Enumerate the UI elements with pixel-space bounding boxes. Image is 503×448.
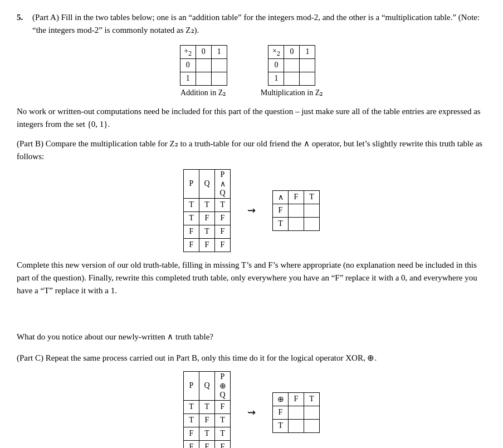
tables-row: +2 0 1 0 1 Addition in Z₂ bbox=[17, 45, 486, 97]
mul-header-1: 1 bbox=[300, 45, 315, 58]
xor-right-r1-c1 bbox=[304, 419, 320, 432]
and-left-r3-pq: F bbox=[215, 238, 231, 252]
xor-arrow: ⇝ bbox=[247, 406, 256, 419]
and-left-h-pq: P ∧ Q bbox=[215, 169, 231, 198]
mul-row1-col1 bbox=[300, 72, 315, 85]
and-right-r0-c0 bbox=[289, 204, 304, 217]
and-right-h-f: F bbox=[289, 190, 304, 204]
and-left-r1-q: F bbox=[199, 211, 215, 225]
complete-text: Complete this new version of our old tru… bbox=[17, 259, 486, 298]
and-right-table-block: ∧ F T F T bbox=[272, 190, 320, 231]
add-row1-col1 bbox=[211, 72, 227, 85]
mul-row0-col0 bbox=[284, 58, 300, 72]
xor-left-r2-p: F bbox=[184, 427, 199, 440]
xor-right-r1-label: T bbox=[273, 419, 289, 432]
xor-truth-tables-row: P Q P ⊕ Q T T F T F T F T T bbox=[17, 371, 486, 448]
and-right-r0-label: F bbox=[273, 204, 289, 217]
multiplication-caption: Multiplication in Z₂ bbox=[261, 88, 324, 97]
xor-right-h-f: F bbox=[289, 392, 304, 406]
and-left-table-block: P Q P ∧ Q T T T T F F F T F bbox=[183, 169, 231, 252]
addition-caption: Addition in Z₂ bbox=[180, 88, 226, 97]
xor-right-r1-c0 bbox=[289, 419, 304, 432]
xor-left-r1-q: F bbox=[199, 413, 215, 427]
and-right-r1-c0 bbox=[289, 217, 304, 230]
add-row0-label: 0 bbox=[180, 58, 196, 72]
xor-left-table: P Q P ⊕ Q T T F T F T F T T bbox=[183, 371, 231, 448]
mul-header-op: ×2 bbox=[268, 45, 284, 58]
add-row1-col0 bbox=[196, 72, 211, 85]
and-left-r0-pq: T bbox=[215, 198, 231, 211]
xor-left-r2-q: T bbox=[199, 427, 215, 440]
xor-left-r0-p: T bbox=[184, 400, 199, 413]
add-header-0: 0 bbox=[196, 45, 211, 58]
xor-right-r0-label: F bbox=[273, 406, 289, 419]
xor-left-table-block: P Q P ⊕ Q T T F T F T F T T bbox=[183, 371, 231, 448]
and-left-r0-q: T bbox=[199, 198, 215, 211]
xor-left-r0-q: T bbox=[199, 400, 215, 413]
xor-left-r3-pq: F bbox=[215, 440, 231, 448]
xor-right-table: ⊕ F T F T bbox=[272, 392, 320, 433]
add-row0-col0 bbox=[196, 58, 211, 72]
multiplication-table-block: ×2 0 1 0 1 Multiplication in Z₂ bbox=[261, 45, 324, 97]
and-left-r3-p: F bbox=[184, 238, 199, 252]
part-a-text: (Part A) Fill in the two tables below; o… bbox=[32, 11, 486, 37]
and-left-h-q: Q bbox=[199, 169, 215, 198]
and-left-r3-q: F bbox=[199, 238, 215, 252]
add-header-op: +2 bbox=[180, 45, 196, 58]
problem-header: 5. (Part A) Fill in the two tables below… bbox=[17, 11, 486, 37]
xor-left-r3-p: F bbox=[184, 440, 199, 448]
multiplication-table: ×2 0 1 0 1 bbox=[268, 45, 315, 86]
and-left-r0-p: T bbox=[184, 198, 199, 211]
and-right-h-op: ∧ bbox=[273, 190, 289, 204]
part-c-text: (Part C) Repeat the same process carried… bbox=[17, 352, 486, 365]
xor-left-r2-pq: T bbox=[215, 427, 231, 440]
and-left-r1-pq: F bbox=[215, 211, 231, 225]
and-left-r2-p: F bbox=[184, 225, 199, 238]
xor-left-h-pq: P ⊕ Q bbox=[215, 371, 231, 400]
mul-row1-label: 1 bbox=[268, 72, 284, 85]
add-header-1: 1 bbox=[211, 45, 227, 58]
and-right-h-t: T bbox=[304, 190, 320, 204]
add-row1-label: 1 bbox=[180, 72, 196, 85]
xor-left-h-p: P bbox=[184, 371, 199, 400]
xor-right-r0-c1 bbox=[304, 406, 320, 419]
xor-left-r0-pq: F bbox=[215, 400, 231, 413]
xor-left-r1-p: T bbox=[184, 413, 199, 427]
xor-left-h-q: Q bbox=[199, 371, 215, 400]
addition-table-block: +2 0 1 0 1 Addition in Z₂ bbox=[180, 45, 227, 97]
xor-left-r3-q: F bbox=[199, 440, 215, 448]
xor-right-r0-c0 bbox=[289, 406, 304, 419]
and-left-r2-q: T bbox=[199, 225, 215, 238]
and-right-r0-c1 bbox=[304, 204, 320, 217]
and-right-r1-label: T bbox=[273, 217, 289, 230]
mul-header-0: 0 bbox=[284, 45, 300, 58]
section-text: No work or written-out computations need… bbox=[17, 105, 486, 131]
and-left-h-p: P bbox=[184, 169, 199, 198]
and-left-r2-pq: F bbox=[215, 225, 231, 238]
problem-number: 5. bbox=[17, 11, 28, 37]
xor-right-table-block: ⊕ F T F T bbox=[272, 392, 320, 433]
and-arrow: ⇝ bbox=[247, 204, 256, 216]
mul-row0-label: 0 bbox=[268, 58, 284, 72]
and-right-table: ∧ F T F T bbox=[272, 190, 320, 231]
and-right-r1-c1 bbox=[304, 217, 320, 230]
xor-left-r1-pq: T bbox=[215, 413, 231, 427]
notice-text: What do you notice about our newly-writt… bbox=[17, 331, 486, 343]
and-left-table: P Q P ∧ Q T T T T F F F T F bbox=[183, 169, 231, 252]
add-row0-col1 bbox=[211, 58, 227, 72]
addition-table: +2 0 1 0 1 bbox=[180, 45, 227, 86]
part-b-text: (Part B) Compare the multiplication tabl… bbox=[17, 137, 486, 164]
and-left-r1-p: T bbox=[184, 211, 199, 225]
mul-row0-col1 bbox=[300, 58, 315, 72]
xor-right-h-op: ⊕ bbox=[273, 392, 289, 406]
xor-right-h-t: T bbox=[304, 392, 320, 406]
mul-row1-col0 bbox=[284, 72, 300, 85]
and-truth-tables-row: P Q P ∧ Q T T T T F F F T F bbox=[17, 169, 486, 252]
